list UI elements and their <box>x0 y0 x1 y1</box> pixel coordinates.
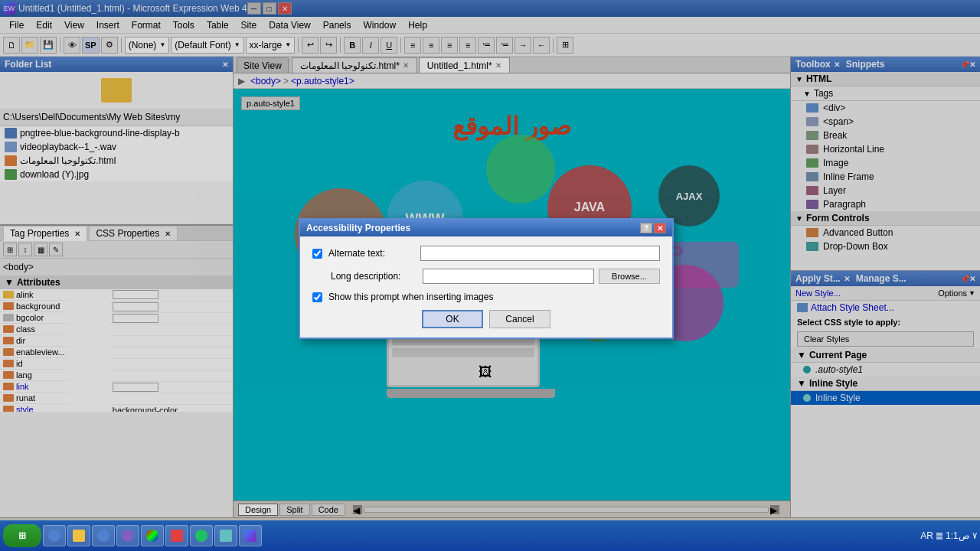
taskbar: ⊞ AR 1:1٧ ص <box>0 520 980 551</box>
taskbar-right: AR 1:1٧ ص <box>920 530 977 541</box>
modal-overlay: Accessibility Properties ? ✕ Alternate t… <box>0 0 980 551</box>
alt-text-input[interactable] <box>420 246 660 261</box>
alt-text-checkbox[interactable] <box>312 249 322 259</box>
long-desc-label: Long description: <box>331 271 423 282</box>
dialog-action-buttons: OK Cancel <box>312 310 660 328</box>
start-button[interactable]: ⊞ <box>3 524 41 547</box>
unknown-icon <box>220 530 232 542</box>
folder-tb-icon <box>73 530 85 542</box>
show-prompt-label: Show this prompt when inserting images <box>328 292 493 302</box>
taskbar-folder[interactable] <box>67 525 90 546</box>
lang-indicator: AR <box>920 530 933 541</box>
ok-button[interactable]: OK <box>422 310 483 328</box>
browse-button[interactable]: Browse... <box>599 269 660 284</box>
dialog-help-button[interactable]: ? <box>640 223 652 233</box>
taskbar-search[interactable] <box>116 525 139 546</box>
expression-icon <box>244 530 256 542</box>
volume-icon <box>936 536 942 540</box>
taskbar-chrome[interactable] <box>141 525 164 546</box>
taskbar-ie2[interactable] <box>92 525 115 546</box>
time-display: 1:1٧ ص <box>946 530 977 541</box>
taskbar-unknown[interactable] <box>214 525 237 546</box>
taskbar-ie[interactable] <box>43 525 66 546</box>
ie2-icon <box>97 530 109 542</box>
taskbar-pdf[interactable] <box>165 525 188 546</box>
search-tb-icon <box>122 530 134 542</box>
wifi-icon <box>936 533 942 536</box>
dialog-buttons: ? ✕ <box>640 223 666 233</box>
system-tray <box>936 533 942 540</box>
accessibility-dialog: Accessibility Properties ? ✕ Alternate t… <box>299 218 674 339</box>
camtasia-icon <box>195 530 207 542</box>
alt-text-row: Alternate text: <box>312 246 660 261</box>
long-desc-input[interactable] <box>423 269 594 284</box>
cancel-button[interactable]: Cancel <box>489 310 550 328</box>
ie-icon <box>48 530 60 542</box>
alt-text-label: Alternate text: <box>328 248 420 259</box>
show-prompt-checkbox[interactable] <box>312 292 322 302</box>
taskbar-camtasia[interactable] <box>190 525 213 546</box>
show-prompt-row: Show this prompt when inserting images <box>312 292 660 302</box>
dialog-close-button[interactable]: ✕ <box>654 223 666 233</box>
dialog-body: Alternate text: Long description: Browse… <box>300 236 672 337</box>
long-desc-row: Long description: Browse... <box>312 269 660 284</box>
dialog-titlebar: Accessibility Properties ? ✕ <box>300 220 672 236</box>
chrome-icon <box>146 530 158 542</box>
pdf-icon <box>171 530 183 542</box>
taskbar-expression[interactable] <box>239 525 262 546</box>
